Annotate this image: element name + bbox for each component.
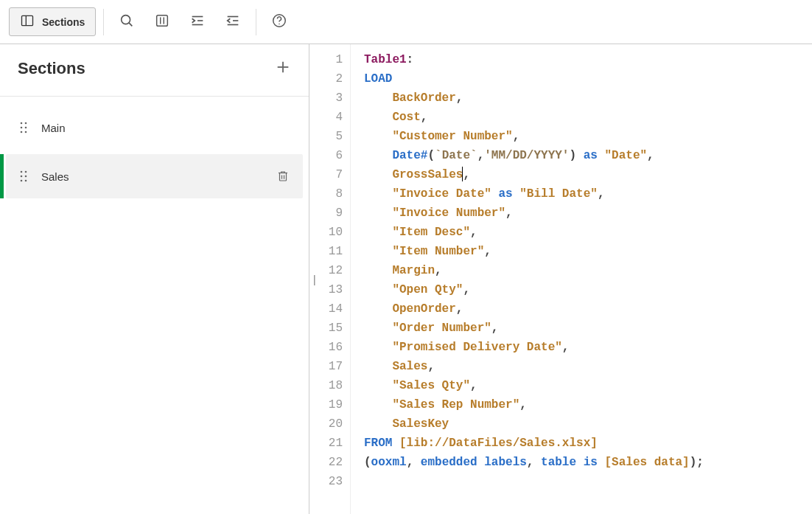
svg-point-22	[25, 131, 27, 133]
sections-title: Sections	[18, 59, 85, 78]
search-button[interactable]	[111, 7, 142, 38]
code-token	[364, 226, 392, 239]
drag-handle-icon[interactable]	[19, 169, 28, 184]
code-token: "Invoice Number"	[392, 206, 505, 220]
outdent-icon	[225, 13, 241, 32]
svg-point-28	[25, 180, 27, 182]
code-token: GrossSales	[392, 168, 463, 181]
code-token	[364, 283, 392, 296]
code-token: ,	[407, 456, 421, 469]
svg-rect-4	[157, 15, 168, 26]
panel-icon	[20, 13, 35, 30]
code-token: FROM	[364, 437, 392, 450]
code-line[interactable]: Cost,	[364, 108, 704, 127]
code-token	[364, 187, 392, 201]
code-token: ,	[463, 283, 470, 296]
section-item[interactable]: Sales	[6, 154, 303, 198]
code-line[interactable]: "Open Qty",	[364, 280, 704, 299]
code-token: ,	[598, 187, 605, 201]
line-number: 15	[309, 319, 343, 338]
code-token: :	[407, 53, 414, 66]
toolbar-divider	[103, 9, 104, 35]
code-token: ,	[647, 149, 654, 162]
svg-point-2	[122, 15, 130, 24]
code-token: "Sales Rep Number"	[392, 398, 519, 411]
code-token: `Date`	[435, 149, 477, 162]
svg-point-18	[25, 122, 27, 125]
code-line[interactable]: (ooxml, embedded labels, table is [Sales…	[364, 453, 704, 472]
svg-point-19	[21, 127, 23, 129]
add-section-button[interactable]	[275, 59, 291, 78]
comment-button[interactable]	[147, 7, 178, 38]
search-icon	[119, 13, 135, 32]
code-line[interactable]: Sales,	[364, 357, 704, 376]
code-token: "Invoice Date"	[392, 187, 491, 201]
line-number: 18	[309, 376, 343, 395]
help-button[interactable]	[264, 7, 295, 38]
code-token	[364, 398, 392, 411]
code-token: as	[584, 149, 598, 162]
svg-line-3	[129, 22, 132, 25]
code-token: ,	[456, 91, 463, 105]
code-token: [Sales data]	[604, 456, 689, 469]
code-token: "Customer Number"	[392, 130, 512, 143]
line-number: 12	[309, 261, 343, 280]
svg-rect-0	[22, 15, 33, 25]
section-list: MainSales	[0, 97, 309, 203]
code-line[interactable]: Margin,	[364, 261, 704, 280]
help-icon	[271, 13, 287, 32]
code-line[interactable]: "Invoice Date" as "Bill Date",	[364, 184, 704, 204]
code-token: "Order Number"	[392, 322, 491, 335]
code-token	[364, 111, 392, 124]
code-token: ,	[456, 302, 463, 316]
code-line[interactable]: "Customer Number",	[364, 127, 704, 146]
code-line[interactable]: "Item Number",	[364, 242, 704, 261]
sections-panel: Sections MainSales ||	[0, 44, 309, 514]
code-token: ,	[470, 226, 477, 239]
svg-point-26	[25, 176, 27, 178]
code-token: ,	[470, 379, 477, 392]
code-line[interactable]: "Item Desc",	[364, 223, 704, 242]
code-token: ,	[427, 360, 435, 373]
toolbar: Sections	[0, 0, 812, 44]
code-token: ,	[513, 130, 520, 143]
code-line[interactable]: "Promised Delivery Date",	[364, 338, 704, 357]
code-token: Table1	[364, 53, 407, 66]
code-token	[392, 437, 399, 450]
code-line[interactable]: "Invoice Number",	[364, 204, 704, 223]
code-line[interactable]: BackOrder,	[364, 88, 704, 108]
line-number: 17	[309, 357, 343, 376]
sections-header: Sections	[0, 44, 309, 97]
section-label: Sales	[41, 170, 263, 183]
code-line[interactable]: FROM [lib://DataFiles/Sales.xlsx]	[364, 434, 704, 453]
indent-button[interactable]	[182, 7, 213, 38]
svg-point-27	[21, 180, 23, 182]
code-line[interactable]: SalesKey	[364, 414, 704, 434]
code-token: ,	[477, 149, 485, 162]
outdent-button[interactable]	[217, 7, 248, 38]
svg-point-25	[21, 176, 23, 178]
line-number: 11	[309, 242, 343, 261]
code-line[interactable]: "Sales Qty",	[364, 376, 704, 395]
code-editor[interactable]: 1234567891011121314151617181920212223 Ta…	[309, 44, 812, 514]
code-line[interactable]: OpenOrder,	[364, 299, 704, 319]
drag-handle-icon[interactable]	[19, 120, 28, 135]
code-token: as	[498, 187, 512, 201]
code-line[interactable]: Table1:	[364, 50, 704, 69]
code-line[interactable]: GrossSales,	[364, 165, 704, 184]
code-content[interactable]: Table1:LOAD BackOrder, Cost, "Customer N…	[351, 44, 704, 514]
code-line[interactable]: Date#(`Date`,'MM/DD/YYYY') as "Date",	[364, 146, 704, 165]
code-token	[364, 264, 392, 277]
code-token	[364, 341, 392, 354]
sections-toggle-button[interactable]: Sections	[9, 7, 96, 36]
code-line[interactable]: LOAD	[364, 69, 704, 88]
section-item[interactable]: Main	[6, 105, 303, 150]
code-token	[364, 130, 392, 143]
code-token	[364, 91, 392, 105]
code-line[interactable]: "Order Number",	[364, 319, 704, 338]
code-token: ooxml	[371, 456, 407, 469]
code-token	[364, 149, 392, 162]
delete-section-button[interactable]	[276, 169, 290, 184]
code-line[interactable]	[364, 472, 704, 491]
code-line[interactable]: "Sales Rep Number",	[364, 395, 704, 414]
